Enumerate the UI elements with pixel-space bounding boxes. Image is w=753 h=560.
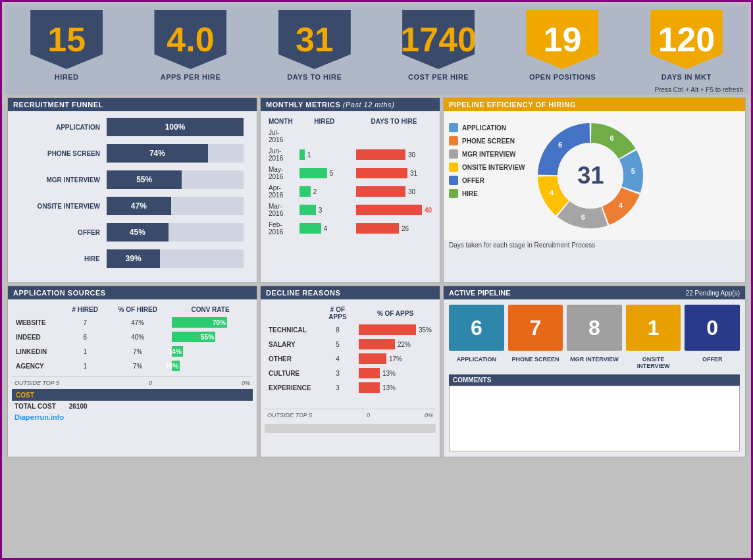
src-cell-hired: 7 [64,316,106,329]
legend-color-dot [449,176,458,185]
kpi-days-in-mkt: 120 DAYS IN MKT [625,10,748,85]
funnel-bar-value: 39% [126,254,142,263]
funnel-row: ONSITE INTERVIEW 47% [21,197,244,215]
src-th-source [13,305,63,315]
dec-cell-pct: 22% [356,338,434,351]
kpi-open-positions: 19 OPEN POSITIONS [500,10,624,85]
pipeline-subtitle: Days taken for each stage in Recruitment… [444,240,745,251]
dec-cell-pct: 17% [356,352,434,365]
comments-header: COMMENTS [449,374,740,386]
metrics-cell-month: Jul-2016 [266,128,296,145]
metrics-cell-month: Feb-2016 [266,220,296,237]
total-cost-row: TOTAL COST 26100 [12,401,253,412]
kpi-value: 31 [296,22,334,57]
decline-panel: DECLINE REASONS # OF APPS % OF APPS TECH… [260,286,440,457]
legend-label: HIRE [462,190,478,197]
src-cell-conv: 70% [169,316,251,329]
sources-row: AGENCY 1 7% 10% [13,359,251,372]
kpi-badge: 4.0 [154,10,226,69]
metrics-row: Jul-2016 [266,128,434,145]
kpi-label: DAYS IN MKT [662,73,712,85]
src-cell-hired: 1 [64,359,106,372]
funnel-row: OFFER 45% [21,223,244,242]
kpi-badge: 31 [278,10,351,69]
cost-section: COST [12,389,253,401]
pipeline-card-phone-screen: 7 [508,305,563,351]
decline-row: CULTURE 3 13% [266,367,434,380]
pipeline-card-onsite-interview: 1 [626,305,681,351]
funnel-row-label: ONSITE INTERVIEW [21,203,107,210]
src-cell-conv: 10% [169,359,251,372]
kpi-value: 4.0 [167,22,214,57]
kpi-label: OPEN POSITIONS [529,73,596,85]
funnel-bar-value: 74% [149,149,165,158]
metrics-cell-hired: 5 [297,165,352,182]
src-th-pct: % OF HIRED [107,305,168,315]
src-cell-hired: 1 [64,345,106,358]
pipeline-card-mgr-interview: 8 [567,305,622,351]
dec-cell-reason: CULTURE [266,367,319,380]
metrics-cell-days: 40 [353,201,434,218]
kpi-label: COST PER HIRE [408,73,469,85]
legend-label: ONSITE INTERVIEW [462,164,525,171]
src-cell-pct: 7% [107,345,168,358]
metrics-cell-month: Mar-2016 [266,201,296,218]
kpi-label: HIRED [55,73,79,85]
dec-cell-pct: 35% [356,323,434,336]
dec-th-apps: # OF APPS [321,305,355,322]
metrics-cell-days: 30 [353,183,434,200]
legend-color-dot [449,136,458,145]
kpi-strip: 15 HIRED 4.0 APPS PER HIRE 31 DAYS TO HI… [5,5,748,85]
sources-footer-label: OUTSIDE TOP 5 [14,380,59,386]
src-cell-hired: 6 [64,330,106,344]
funnel-bar-value: 47% [131,201,147,211]
pipeline-card-label-phone-screen: PHONE SCREEN [508,356,563,369]
legend-label: MGR INTERVIEW [462,151,515,158]
metrics-cell-hired: 1 [297,146,352,163]
pipeline-card-label-mgr-interview: MGR INTERVIEW [567,356,622,369]
funnel-bar: 55% [107,170,182,189]
src-cell-pct: 47% [107,316,168,329]
legend-color-dot [449,163,458,172]
src-cell-source: INDEED [13,330,63,344]
cost-bar [37,390,249,399]
metrics-cell-days [353,128,434,145]
funnel-bar-value: 55% [136,175,152,184]
sources-panel: APPLICATION SOURCES # HIRED % OF HIRED C… [7,286,257,457]
pipeline-card-label-offer: OFFER [685,356,740,369]
kpi-days-to-hire: 31 DAYS TO HIRE [253,10,376,85]
sources-row: LINKEDIN 1 7% 14% [13,345,251,358]
src-cell-pct: 7% [107,359,168,372]
legend-label: APPLICATION [462,124,506,132]
dec-cell-pct: 13% [356,381,434,394]
funnel-row: HIRE 39% [21,249,244,268]
decline-footer: OUTSIDE TOP 5 0 0% [265,409,436,421]
metrics-row: Jun-2016 1 30 [266,146,434,163]
src-cell-conv: 55% [169,330,251,344]
dec-cell-pct: 13% [356,367,434,380]
funnel-bar: 74% [107,144,208,163]
src-cell-conv: 14% [169,345,251,358]
decline-row: OTHER 4 17% [266,352,434,365]
metrics-header: MONTHLY METRICS (Past 12 mths) [261,98,440,111]
metrics-panel: MONTHLY METRICS (Past 12 mths) MONTH HIR… [260,97,440,283]
funnel-bar-bg: 74% [107,144,244,163]
decline-footer-label: OUTSIDE TOP 5 [267,412,312,419]
main-content-row2: APPLICATION SOURCES # HIRED % OF HIRED C… [5,286,748,460]
kpi-badge: 15 [30,10,103,69]
src-th-conv: CONV RATE [169,305,251,315]
src-cell-source: AGENCY [13,359,63,372]
sources-footer: OUTSIDE TOP 5 0 0% [12,376,253,389]
pipeline-header: PIPELINE EFFICIENCY OF HIRING [444,98,745,111]
funnel-bar: 39% [107,249,160,268]
funnel-bar-value: 45% [130,228,145,237]
dec-cell-reason: TECHNICAL [266,323,319,336]
funnel-row-label: HIRE [21,255,107,263]
funnel-header: RECRUITMENT FUNNEL [8,98,257,111]
metrics-cell-days: 31 [353,165,434,182]
funnel-panel: RECRUITMENT FUNNEL APPLICATION 100% PHON… [7,97,257,283]
sources-row: INDEED 6 40% 55% [13,330,251,344]
kpi-value: 15 [47,22,86,57]
kpi-label: DAYS TO HIRE [287,73,342,85]
pipeline-card-offer: 0 [685,305,740,351]
